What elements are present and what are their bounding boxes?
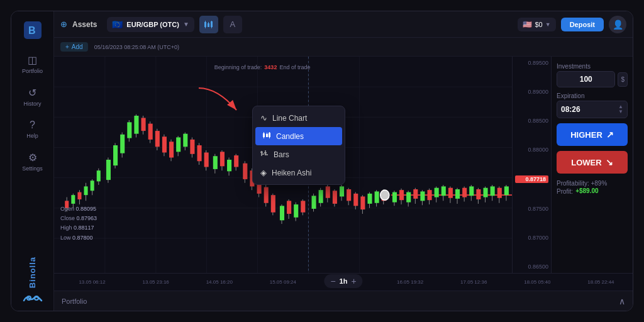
svg-rect-10 xyxy=(211,21,212,22)
investments-section: Investments 100 $ xyxy=(557,63,628,87)
svg-rect-42 xyxy=(120,135,125,153)
y-label-7: 0.86500 xyxy=(515,264,548,270)
assets-title: Assets xyxy=(72,20,97,29)
investments-input[interactable]: 100 xyxy=(557,71,615,87)
pair-selector[interactable]: 🇪🇺 EUR/GBP (OTC) ▼ xyxy=(107,17,194,32)
svg-rect-40 xyxy=(113,145,118,165)
dropdown-line-chart[interactable]: ∿ Line Chart xyxy=(253,109,345,127)
svg-rect-38 xyxy=(106,160,111,180)
chart-type-candles-btn[interactable] xyxy=(199,16,218,33)
portfolio-icon: ◫ xyxy=(28,54,37,66)
svg-rect-94 xyxy=(312,196,316,209)
x-axis: 13.05 06:12 13.05 23:16 14.05 16:20 15.0… xyxy=(54,273,633,291)
trade-start-label: Beginning of trade: xyxy=(214,64,262,70)
svg-rect-128 xyxy=(428,190,432,200)
profitability-label: Profitability: +89% xyxy=(557,180,628,187)
timeframe-value: 1h xyxy=(340,277,348,285)
dropdown-candles[interactable]: Candles xyxy=(255,127,342,145)
svg-rect-30 xyxy=(77,192,81,199)
investments-unit: $ xyxy=(618,72,628,87)
svg-rect-100 xyxy=(333,191,337,204)
timeframe-plus-btn[interactable]: + xyxy=(351,276,356,286)
svg-rect-58 xyxy=(176,137,180,152)
sidebar-item-help[interactable]: ? Help xyxy=(14,114,52,144)
line-chart-icon: ∿ xyxy=(260,113,267,123)
binolla-brand-text: Binolla xyxy=(28,257,37,288)
chart-main: Beginning of trade: 3432 End of trade xyxy=(54,57,512,273)
svg-rect-9 xyxy=(211,21,213,27)
svg-rect-88 xyxy=(287,201,291,214)
svg-rect-52 xyxy=(155,131,160,147)
chart-right-container: Beginning of trade: 3432 End of trade xyxy=(54,57,633,273)
svg-rect-154 xyxy=(264,137,264,138)
chart-type-alt-btn[interactable]: A xyxy=(223,16,242,33)
add-button[interactable]: + Add xyxy=(60,42,88,52)
binolla-wave-logo xyxy=(23,293,43,303)
sidebar-portfolio-label: Portfolio xyxy=(22,68,43,74)
investments-input-row: 100 $ xyxy=(557,71,628,87)
heiken-ashi-icon: ◈ xyxy=(260,168,267,177)
higher-arrow-icon: ↗ xyxy=(606,130,614,140)
svg-rect-68 xyxy=(213,156,218,169)
svg-rect-122 xyxy=(406,192,411,203)
dropdown-heiken-ashi[interactable]: ◈ Heiken Ashi xyxy=(253,164,345,182)
chart-type-dropdown: ∿ Line Chart xyxy=(252,106,345,185)
y-label-2: 0.89000 xyxy=(515,89,548,95)
x-label-3: 14.05 16:20 xyxy=(187,279,251,285)
sidebar-item-settings[interactable]: ⚙ Settings xyxy=(14,147,52,177)
sidebar-item-history[interactable]: ↺ History xyxy=(14,82,52,112)
expiry-arrows: ▲ ▼ xyxy=(618,104,623,114)
svg-rect-74 xyxy=(234,155,238,167)
add-label: Add xyxy=(72,43,83,50)
timeframe-controls: − 1h + xyxy=(324,274,362,288)
svg-rect-6 xyxy=(205,27,206,28)
expiration-input[interactable]: 08:26 ▲ ▼ xyxy=(557,101,628,118)
svg-rect-158 xyxy=(269,132,270,133)
svg-rect-76 xyxy=(243,164,247,179)
deposit-button[interactable]: Deposit xyxy=(561,18,604,31)
higher-button[interactable]: HIGHER ↗ xyxy=(557,123,628,146)
portfolio-collapse-btn[interactable]: ∧ xyxy=(619,296,625,306)
svg-rect-34 xyxy=(91,180,94,191)
svg-rect-108 xyxy=(360,196,365,209)
sidebar-settings-label: Settings xyxy=(22,165,43,172)
svg-rect-142 xyxy=(476,189,480,199)
x-label-7: 17.05 12:36 xyxy=(442,279,506,285)
user-avatar[interactable]: 👤 xyxy=(609,16,626,33)
candles-icon xyxy=(263,131,271,141)
lower-label: LOWER xyxy=(571,158,601,167)
pair-label: EUR/GBP (OTC) xyxy=(126,21,179,28)
main-area: ⊕ Assets 🇪🇺 EUR/GBP (OTC) ▼ xyxy=(54,11,633,311)
timeframe-minus-btn[interactable]: − xyxy=(330,276,335,286)
svg-rect-153 xyxy=(264,132,264,134)
sidebar: B ◫ Portfolio ↺ History ? Help ⚙ Setting… xyxy=(11,11,54,311)
expiration-value: 08:26 xyxy=(561,105,580,114)
svg-rect-112 xyxy=(375,191,379,203)
balance-button[interactable]: 🇺🇸 $0 ▼ xyxy=(518,18,555,31)
annotation-icon: A xyxy=(230,19,235,29)
right-panel: Investments 100 $ Expiration 08:26 ▲ ▼ xyxy=(551,57,633,273)
svg-rect-126 xyxy=(420,191,425,201)
svg-rect-11 xyxy=(211,27,212,28)
svg-rect-92 xyxy=(301,201,305,212)
x-label-8: 18.05 05:40 xyxy=(506,279,569,285)
svg-rect-56 xyxy=(169,142,174,157)
dropdown-bars[interactable]: Bars xyxy=(253,145,345,164)
lower-button[interactable]: LOWER ↘ xyxy=(557,151,628,174)
flag-icon: 🇪🇺 xyxy=(112,19,123,30)
binolla-logo[interactable]: B xyxy=(21,19,44,42)
portfolio-bar: Portfolio ∧ xyxy=(54,291,633,311)
svg-rect-70 xyxy=(220,152,225,166)
svg-rect-50 xyxy=(148,124,153,140)
line-chart-label: Line Chart xyxy=(272,114,307,123)
add-icon: + xyxy=(65,43,69,50)
heiken-ashi-label: Heiken Ashi xyxy=(272,169,311,177)
trade-info: Beginning of trade: 3432 End of trade xyxy=(214,64,311,70)
svg-rect-54 xyxy=(162,136,167,152)
sidebar-item-portfolio[interactable]: ◫ Portfolio xyxy=(14,49,52,79)
x-label-1: 13.05 06:12 xyxy=(60,279,124,285)
y-label-3: 0.88500 xyxy=(515,118,548,124)
header-right: 🇺🇸 $0 ▼ Deposit 👤 xyxy=(518,16,626,33)
expiry-down-icon[interactable]: ▼ xyxy=(618,109,623,114)
sub-header: + Add 05/16/2023 08:25:08 AM (UTC+0) xyxy=(54,38,633,57)
